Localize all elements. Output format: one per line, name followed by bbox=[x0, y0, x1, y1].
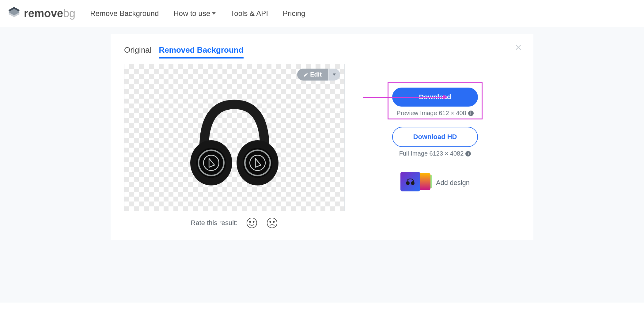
chevron-down-icon bbox=[212, 12, 216, 15]
add-design-label: Add design bbox=[436, 179, 470, 187]
svg-point-5 bbox=[196, 148, 226, 178]
pencil-icon bbox=[303, 72, 308, 77]
logo-text: removebg bbox=[24, 7, 75, 20]
svg-point-11 bbox=[247, 218, 257, 228]
preview-image-size: Preview Image 612 × 408 i bbox=[396, 110, 473, 117]
logo-icon bbox=[7, 6, 21, 21]
logo[interactable]: removebg bbox=[7, 6, 75, 21]
info-icon[interactable]: i bbox=[465, 151, 471, 156]
add-design-button[interactable]: Add design bbox=[400, 172, 470, 194]
annotation-arrow bbox=[363, 95, 448, 100]
nav-remove-background[interactable]: Remove Background bbox=[90, 9, 159, 18]
result-card: Original Removed Background Edit bbox=[111, 34, 533, 240]
tab-removed-background[interactable]: Removed Background bbox=[159, 45, 244, 58]
nav-how-to-use[interactable]: How to use bbox=[173, 9, 216, 18]
smile-icon[interactable] bbox=[246, 217, 258, 229]
tab-original[interactable]: Original bbox=[124, 45, 152, 58]
svg-point-17 bbox=[406, 182, 409, 185]
annotation-highlight: Download Preview Image 612 × 408 i bbox=[388, 82, 483, 119]
close-icon[interactable] bbox=[514, 43, 522, 52]
svg-point-14 bbox=[267, 218, 277, 228]
nav-pricing[interactable]: Pricing bbox=[283, 9, 305, 18]
download-hd-button[interactable]: Download HD bbox=[392, 127, 478, 147]
svg-point-12 bbox=[250, 221, 251, 222]
svg-point-15 bbox=[270, 221, 271, 222]
chevron-down-icon bbox=[333, 73, 336, 76]
info-icon[interactable]: i bbox=[468, 111, 474, 116]
svg-point-13 bbox=[253, 221, 254, 222]
edit-dropdown-button[interactable] bbox=[328, 69, 340, 81]
svg-point-6 bbox=[243, 148, 272, 178]
full-image-size: Full Image 6123 × 4082 i bbox=[399, 150, 471, 157]
svg-point-18 bbox=[411, 182, 414, 185]
rate-label: Rate this result: bbox=[191, 219, 238, 227]
svg-point-16 bbox=[273, 221, 275, 222]
edit-button[interactable]: Edit bbox=[297, 69, 328, 81]
frown-icon[interactable] bbox=[266, 217, 278, 229]
design-thumbnails-icon bbox=[400, 172, 430, 194]
headphones-image bbox=[179, 82, 290, 193]
image-preview: Edit bbox=[124, 64, 345, 211]
nav-tools-api[interactable]: Tools & API bbox=[230, 9, 268, 18]
